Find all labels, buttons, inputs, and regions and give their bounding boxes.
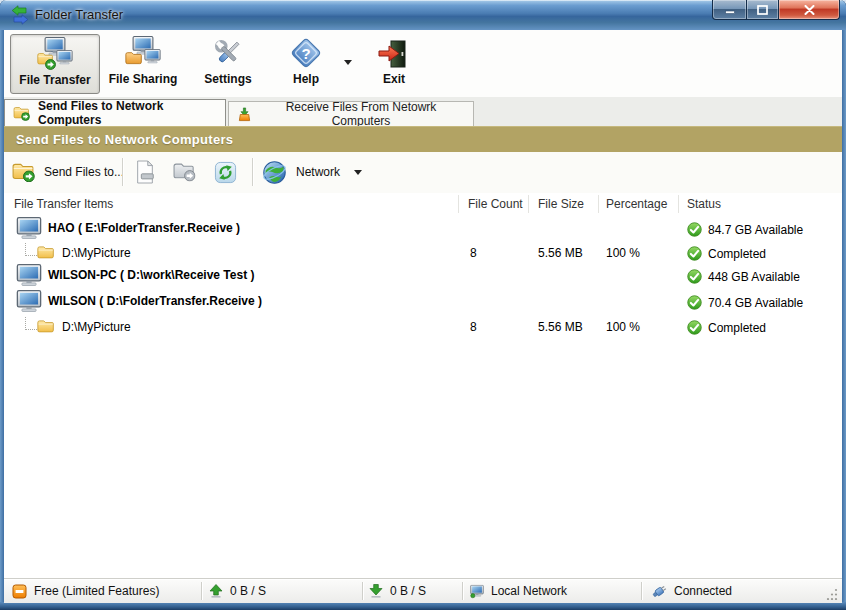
remove-file-button[interactable] [130, 158, 160, 186]
help-label: Help [293, 72, 319, 86]
send-files-to-label: Send Files to... [44, 165, 124, 179]
file-count-value: 8 [470, 246, 477, 260]
column-separator [528, 195, 529, 213]
window-title: Folder Transfer [35, 7, 123, 22]
table-row[interactable]: HAO ( E:\FolderTransfer.Receive ) 84.7 G… [4, 217, 842, 241]
tab-send-files[interactable]: Send Files to Network Computers [4, 99, 226, 126]
upload-speed-label: 0 B / S [230, 584, 266, 598]
exit-door-icon [378, 38, 410, 70]
column-separator [598, 195, 599, 213]
tab-receive-files[interactable]: Receive Files From Netowrk Computers [228, 101, 474, 126]
computer-name: WILSON ( D:\FolderTransfer.Receive ) [48, 294, 262, 308]
computer-name: WILSON-PC ( D:\work\Receive Test ) [48, 268, 254, 282]
table-row[interactable]: D:\MyPicture 8 5.56 MB 100 % Completed [4, 241, 842, 265]
status-text: Completed [708, 247, 766, 261]
folder-name: D:\MyPicture [62, 246, 131, 260]
computers-share-icon [125, 36, 161, 70]
column-percentage[interactable]: Percentage [606, 197, 667, 211]
close-icon [804, 5, 815, 15]
download-speed: 0 B / S [369, 579, 426, 603]
section-title: Send Files to Network Computers [16, 132, 233, 147]
connection-status-label: Connected [674, 584, 732, 598]
column-file-transfer-items[interactable]: File Transfer Items [14, 197, 113, 211]
column-separator [678, 195, 679, 213]
upload-arrow-icon [209, 584, 223, 598]
network-scope-label: Local Network [491, 584, 567, 598]
refresh-button[interactable] [210, 158, 240, 186]
check-circle-icon [687, 246, 702, 261]
license-status: Free (Limited Features) [12, 579, 159, 603]
status-bar: Free (Limited Features) 0 B / S 0 B / S [4, 578, 842, 603]
window-frame-bottom [0, 602, 846, 610]
percentage-value: 100 % [606, 246, 640, 260]
plug-icon [651, 583, 667, 599]
app-window: Folder Transfer [0, 0, 846, 610]
upload-speed: 0 B / S [209, 579, 266, 603]
computer-name: HAO ( E:\FolderTransfer.Receive ) [48, 221, 240, 235]
maximize-button[interactable] [746, 0, 779, 20]
close-button[interactable] [778, 0, 840, 20]
check-circle-icon [687, 295, 702, 310]
statusbar-separator [362, 582, 363, 600]
help-button[interactable]: ? Help [269, 34, 343, 92]
column-file-count[interactable]: File Count [468, 197, 523, 211]
file-transfer-button[interactable]: File Transfer [10, 34, 100, 94]
exit-button[interactable]: Exit [356, 34, 432, 92]
column-file-size[interactable]: File Size [538, 197, 584, 211]
main-toolbar: File Transfer File Sharing [4, 30, 842, 98]
file-count-value: 8 [470, 320, 477, 334]
status-text: 84.7 GB Available [708, 223, 803, 237]
maximize-icon [757, 5, 768, 15]
help-dropdown-arrow-icon[interactable] [344, 60, 352, 65]
tree-connector [25, 317, 37, 330]
file-sharing-button[interactable]: File Sharing [101, 34, 185, 92]
document-remove-icon [134, 160, 156, 184]
table-row[interactable]: WILSON-PC ( D:\work\Receive Test ) 448 G… [4, 264, 842, 288]
exit-label: Exit [383, 72, 405, 86]
folder-send-icon [12, 162, 36, 182]
column-status[interactable]: Status [687, 197, 721, 211]
title-bar[interactable]: Folder Transfer [0, 0, 846, 30]
globe-icon [262, 160, 287, 185]
computer-icon [16, 264, 42, 286]
statusbar-separator [462, 582, 463, 600]
download-arrow-icon [369, 584, 383, 598]
license-status-label: Free (Limited Features) [34, 584, 159, 598]
check-circle-icon [687, 222, 702, 237]
column-separator [458, 195, 459, 213]
percentage-value: 100 % [606, 320, 640, 334]
check-circle-icon [687, 269, 702, 284]
computer-icon [16, 290, 42, 312]
table-row[interactable]: D:\MyPicture 8 5.56 MB 100 % Completed [4, 315, 842, 339]
connection-status: Connected [651, 579, 732, 603]
folder-arrow-icon [173, 162, 197, 182]
send-files-to-button[interactable]: Send Files to... [12, 157, 124, 187]
resize-grip[interactable] [826, 588, 838, 600]
table-row[interactable]: WILSON ( D:\FolderTransfer.Receive ) 70.… [4, 290, 842, 314]
status-text: Completed [708, 321, 766, 335]
file-size-value: 5.56 MB [538, 246, 583, 260]
tools-icon [211, 36, 245, 70]
list-header: File Transfer Items File Count File Size… [4, 193, 842, 216]
dropdown-arrow-icon [354, 170, 362, 175]
remove-folder-button[interactable] [170, 158, 200, 186]
toolbar-separator [122, 158, 123, 186]
computers-transfer-icon [37, 37, 73, 71]
network-dropdown-button[interactable]: Network [262, 156, 362, 188]
tab-receive-files-label: Receive Files From Netowrk Computers [259, 100, 473, 128]
download-speed-label: 0 B / S [390, 584, 426, 598]
tree-connector [25, 243, 37, 256]
app-transfer-icon [10, 5, 30, 25]
computer-icon [16, 217, 42, 239]
svg-text:?: ? [301, 45, 310, 62]
minimize-button[interactable] [712, 0, 747, 20]
statusbar-separator [641, 582, 642, 600]
limited-badge-icon [12, 584, 27, 599]
status-text: 448 GB Available [708, 270, 800, 284]
settings-label: Settings [204, 72, 251, 86]
refresh-icon [214, 161, 237, 184]
settings-button[interactable]: Settings [187, 34, 269, 92]
toolbar-separator [252, 158, 253, 186]
status-text: 70.4 GB Available [708, 296, 803, 310]
file-size-value: 5.56 MB [538, 320, 583, 334]
